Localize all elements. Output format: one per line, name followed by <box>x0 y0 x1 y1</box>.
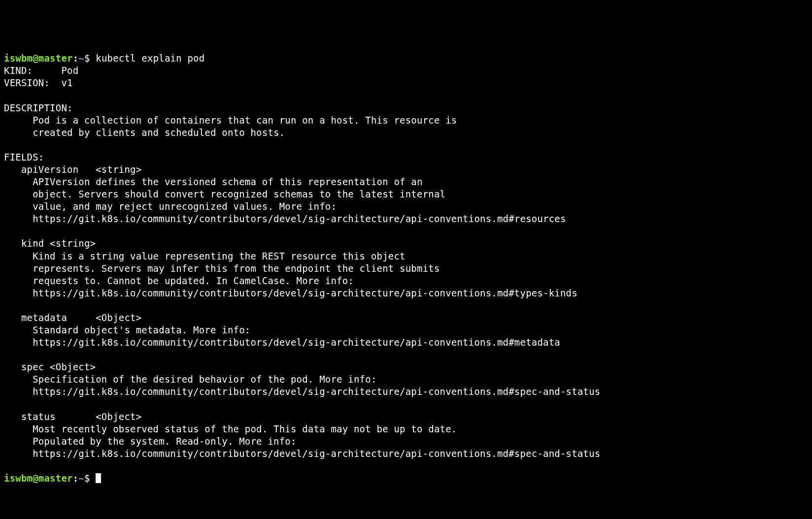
output-version: VERSION: v1 <box>4 77 73 88</box>
prompt-host: master <box>38 473 73 484</box>
field-status-sig: status <Object> <box>4 411 141 422</box>
field-apiversion-sig: apiVersion <string> <box>4 164 141 175</box>
field-spec-sig: spec <Object> <box>4 361 96 372</box>
output-fields-header: FIELDS: <box>4 152 44 162</box>
field-spec-body: Specification of the desired behavior of… <box>4 374 600 397</box>
prompt-colon: : <box>73 473 79 484</box>
prompt-line-2[interactable]: iswbm@master:~$ <box>4 473 101 484</box>
prompt-line-1: iswbm@master:~$ kubectl explain pod <box>4 53 204 64</box>
output-description-body: Pod is a collection of containers that c… <box>4 115 457 138</box>
cursor-icon <box>96 473 101 483</box>
field-status-body: Most recently observed status of the pod… <box>4 423 600 459</box>
field-kind-sig: kind <string> <box>4 238 96 249</box>
prompt-user: iswbm <box>4 473 33 484</box>
prompt-dollar: $ <box>84 473 96 484</box>
prompt-user: iswbm <box>4 53 33 64</box>
output-description-header: DESCRIPTION: <box>4 102 73 113</box>
field-metadata-body: Standard object's metadata. More info: h… <box>4 324 560 348</box>
prompt-path: ~ <box>78 473 84 484</box>
output-kind: KIND: Pod <box>4 65 78 76</box>
field-kind-body: Kind is a string value representing the … <box>4 251 577 298</box>
field-apiversion-body: APIVersion defines the versioned schema … <box>4 176 566 224</box>
prompt-at: @ <box>33 53 38 64</box>
prompt-path: ~ <box>78 53 84 64</box>
prompt-colon: : <box>73 53 79 64</box>
prompt-dollar: $ <box>84 53 96 64</box>
prompt-at: @ <box>33 473 38 484</box>
terminal[interactable]: iswbm@master:~$ kubectl explain pod KIND… <box>4 52 808 485</box>
field-metadata-sig: metadata <Object> <box>4 312 141 323</box>
command-text: kubectl explain pod <box>96 53 204 64</box>
prompt-host: master <box>38 53 73 64</box>
